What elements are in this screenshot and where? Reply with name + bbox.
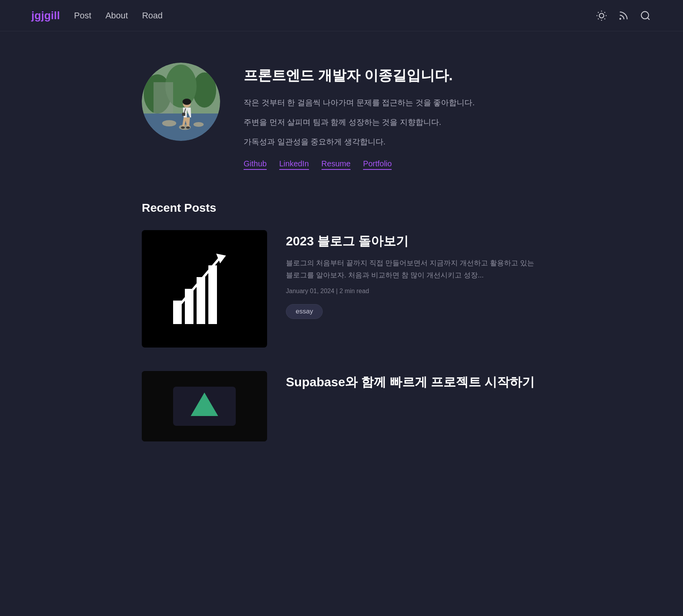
svg-point-9 (620, 18, 621, 19)
svg-point-10 (641, 11, 649, 19)
main-content: 프론트엔드 개발자 이종길입니다. 작은 것부터 한 걸음씩 나아가며 문제를 … (126, 31, 557, 441)
post-meta-1: January 01, 2024 | 2 min read (286, 288, 541, 295)
svg-point-23 (182, 99, 191, 105)
post-thumbnail-1[interactable] (142, 230, 267, 348)
profile-desc-3: 가독성과 일관성을 중요하게 생각합니다. (244, 135, 541, 148)
nav-left: jgjgill Post About Road (31, 9, 163, 22)
avatar-image (142, 63, 220, 141)
site-logo[interactable]: jgjgill (31, 9, 60, 22)
post-thumbnail-2-image (142, 371, 267, 441)
post-thumbnail-2[interactable] (142, 371, 267, 441)
nav-right (595, 9, 652, 22)
recent-posts-section: Recent Posts (142, 201, 541, 441)
resume-link[interactable]: Resume (322, 159, 351, 170)
avatar (142, 63, 220, 141)
svg-line-4 (604, 18, 605, 19)
post-title-1[interactable]: 2023 블로그 돌아보기 (286, 233, 541, 250)
svg-point-19 (162, 120, 176, 126)
profile-title: 프론트엔드 개발자 이종길입니다. (244, 67, 541, 85)
svg-rect-31 (208, 265, 217, 324)
recent-posts-title: Recent Posts (142, 201, 541, 214)
nav-link-about[interactable]: About (105, 11, 128, 21)
post-tags-1: essay (286, 304, 541, 319)
svg-rect-25 (182, 113, 185, 116)
svg-point-26 (181, 126, 185, 129)
svg-point-27 (186, 126, 190, 129)
nav-link-post[interactable]: Post (74, 11, 91, 21)
github-link[interactable]: Github (244, 159, 267, 170)
profile-info: 프론트엔드 개발자 이종길입니다. 작은 것부터 한 걸음씩 나아가며 문제를 … (244, 63, 541, 170)
svg-rect-18 (154, 82, 173, 113)
svg-line-3 (598, 12, 599, 13)
post-read-time-1: 2 min read (340, 288, 369, 294)
svg-point-21 (193, 122, 204, 127)
nav-link-road[interactable]: Road (142, 11, 163, 21)
post-content-2: Supabase와 함께 빠르게 프로젝트 시작하기 (286, 371, 541, 391)
svg-line-11 (647, 18, 649, 20)
portfolio-link[interactable]: Portfolio (363, 159, 392, 170)
svg-line-7 (598, 18, 599, 19)
search-icon[interactable] (639, 9, 652, 22)
rss-icon[interactable] (617, 9, 630, 22)
post-excerpt-1: 블로그의 처음부터 끝까지 직접 만들어보면서 지금까지 개선하고 활용하고 있… (286, 257, 541, 281)
post-thumbnail-chart (142, 230, 267, 348)
post-card-2: Supabase와 함께 빠르게 프로젝트 시작하기 (142, 371, 541, 441)
post-card-1: 2023 블로그 돌아보기 블로그의 처음부터 끝까지 직접 만들어보면서 지금… (142, 230, 541, 348)
post-tag-essay[interactable]: essay (286, 304, 323, 319)
post-date-1: January 01, 2024 (286, 288, 334, 294)
chart-icon (169, 250, 240, 328)
linkedin-link[interactable]: LinkedIn (279, 159, 309, 170)
svg-point-0 (599, 13, 604, 18)
post-meta-separator: | (336, 288, 340, 294)
profile-desc-1: 작은 것부터 한 걸음씩 나아가며 문제를 접근하는 것을 좋아합니다. (244, 96, 541, 109)
svg-line-8 (604, 12, 605, 13)
profile-section: 프론트엔드 개발자 이종길입니다. 작은 것부터 한 걸음씩 나아가며 문제를 … (142, 63, 541, 170)
profile-links: Github LinkedIn Resume Portfolio (244, 159, 541, 170)
theme-toggle-icon[interactable] (595, 9, 608, 22)
site-header: jgjgill Post About Road (0, 0, 683, 31)
post-content-1: 2023 블로그 돌아보기 블로그의 처음부터 끝까지 직접 만들어보면서 지금… (286, 230, 541, 319)
profile-desc-2: 주변을 먼저 살피며 팀과 함께 성장하는 것을 지향합니다. (244, 115, 541, 129)
post-title-2[interactable]: Supabase와 함께 빠르게 프로젝트 시작하기 (286, 374, 541, 391)
